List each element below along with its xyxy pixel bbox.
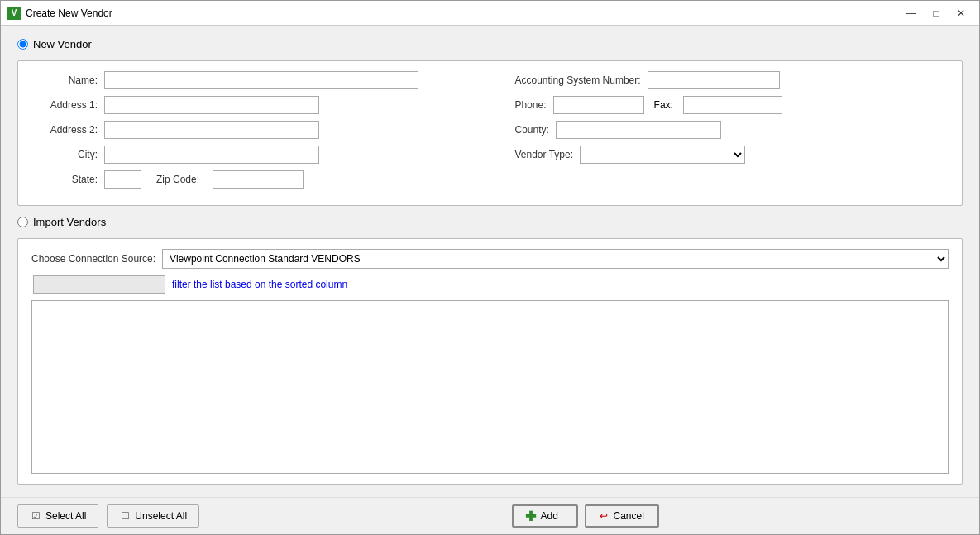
connection-label: Choose Connection Source: xyxy=(31,253,155,265)
add-icon: ✚ xyxy=(525,510,537,522)
address2-label: Address 2: xyxy=(31,124,98,136)
address2-row: Address 2: xyxy=(31,121,466,139)
name-input[interactable] xyxy=(104,71,418,89)
select-all-icon: ☑ xyxy=(30,510,41,522)
add-button[interactable]: ✚ Add xyxy=(512,504,578,528)
main-content: New Vendor Name: Address 1: Address 2: xyxy=(1,26,979,497)
import-vendors-box: Choose Connection Source: Viewpoint Conn… xyxy=(17,238,963,485)
acct-label: Accounting System Number: xyxy=(515,74,641,86)
form-right-column: Accounting System Number: Phone: Fax: Co… xyxy=(490,71,949,195)
vendor-type-select[interactable] xyxy=(580,146,745,164)
import-vendors-radio-section: Import Vendors xyxy=(17,216,963,228)
window-title: Create New Vendor xyxy=(26,7,900,19)
state-label: State: xyxy=(31,174,98,185)
city-label: City: xyxy=(31,149,98,160)
new-vendor-form-box: Name: Address 1: Address 2: City: xyxy=(17,60,963,206)
form-left-column: Name: Address 1: Address 2: City: xyxy=(31,71,490,195)
phone-label: Phone: xyxy=(515,99,547,111)
phone-input[interactable] xyxy=(553,96,644,114)
cancel-button[interactable]: ↩ Cancel xyxy=(585,504,659,528)
fax-label: Fax: xyxy=(654,99,673,111)
city-input[interactable] xyxy=(104,146,319,164)
vendor-type-row: Vendor Type: xyxy=(515,146,949,164)
window-controls: — □ ✕ xyxy=(900,5,973,21)
state-zip-row: State: Zip Code: xyxy=(31,170,466,189)
address2-input[interactable] xyxy=(104,121,319,139)
select-all-label: Select All xyxy=(45,510,86,522)
name-label: Name: xyxy=(31,74,98,86)
main-window: V Create New Vendor — □ ✕ New Vendor Nam… xyxy=(0,0,980,535)
phone-fax-row: Phone: Fax: xyxy=(515,96,949,114)
filter-text: filter the list based on the sorted colu… xyxy=(172,279,347,290)
filter-input[interactable] xyxy=(33,275,165,294)
cancel-label: Cancel xyxy=(614,510,644,522)
connection-source-row: Choose Connection Source: Viewpoint Conn… xyxy=(31,249,949,269)
fax-input[interactable] xyxy=(683,96,782,114)
minimize-button[interactable]: — xyxy=(900,5,923,21)
bottom-actions: ✚ Add ↩ Cancel xyxy=(208,504,963,528)
new-vendor-radio-label[interactable]: New Vendor xyxy=(33,38,92,50)
maximize-button[interactable]: □ xyxy=(925,5,948,21)
zip-label: Zip Code: xyxy=(156,174,199,185)
new-vendor-radio-section: New Vendor xyxy=(17,38,963,50)
acct-row: Accounting System Number: xyxy=(515,71,949,89)
state-zip-group: Zip Code: xyxy=(104,170,304,189)
city-row: City: xyxy=(31,146,466,164)
county-input[interactable] xyxy=(556,121,721,139)
unselect-all-icon: ☐ xyxy=(119,510,131,522)
app-icon: V xyxy=(7,7,21,20)
bottom-bar: ☑ Select All ☐ Unselect All ✚ Add ↩ Canc… xyxy=(1,497,979,534)
address1-row: Address 1: xyxy=(31,96,466,114)
state-input[interactable] xyxy=(104,170,141,189)
select-all-button[interactable]: ☑ Select All xyxy=(17,504,98,528)
cancel-icon: ↩ xyxy=(598,510,610,522)
zip-input[interactable] xyxy=(213,170,304,189)
filter-row: filter the list based on the sorted colu… xyxy=(33,275,949,294)
unselect-all-button[interactable]: ☐ Unselect All xyxy=(107,504,199,528)
county-label: County: xyxy=(515,124,549,136)
connection-source-select[interactable]: Viewpoint Connection Standard VENDORS xyxy=(162,249,949,269)
import-vendors-radio[interactable] xyxy=(17,217,28,227)
import-vendors-radio-label[interactable]: Import Vendors xyxy=(33,216,106,228)
address1-input[interactable] xyxy=(104,96,319,114)
add-label: Add xyxy=(541,510,558,522)
new-vendor-radio[interactable] xyxy=(17,39,28,50)
phone-fax-group: Fax: xyxy=(553,96,782,114)
title-bar: V Create New Vendor — □ ✕ xyxy=(1,1,979,26)
address1-label: Address 1: xyxy=(31,99,98,111)
close-button[interactable]: ✕ xyxy=(949,5,973,21)
unselect-all-label: Unselect All xyxy=(135,510,187,522)
county-row: County: xyxy=(515,121,949,139)
name-row: Name: xyxy=(31,71,466,89)
vendor-list-box[interactable] xyxy=(31,300,949,474)
acct-input[interactable] xyxy=(648,71,780,89)
vendor-type-label: Vendor Type: xyxy=(515,149,574,160)
form-grid: Name: Address 1: Address 2: City: xyxy=(31,71,949,195)
